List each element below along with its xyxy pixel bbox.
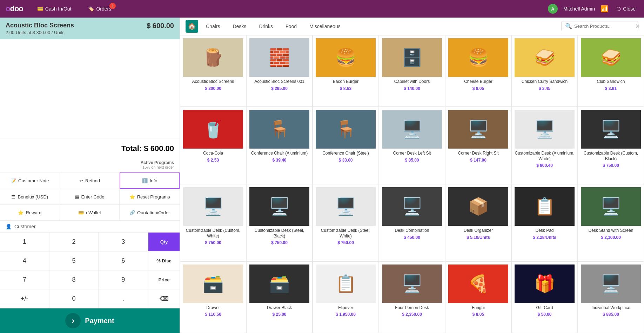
product-card[interactable]: 📦 Desk Organizer $ 5.10/Units: [445, 184, 511, 261]
product-card[interactable]: 🖥️ Corner Desk Right Sit $ 147.00: [445, 107, 511, 184]
product-card[interactable]: 🖥️ Corner Desk Left Sit $ 85.00: [379, 107, 445, 184]
category-food[interactable]: Food: [281, 21, 302, 31]
product-price: $ 110.50: [205, 312, 221, 317]
product-name: Desk Pad: [535, 228, 554, 234]
num-key-0[interactable]: 0: [49, 289, 99, 308]
product-card[interactable]: 🖥️ Customizable Desk (Custom, White) $ 7…: [180, 184, 246, 261]
price-key[interactable]: Price: [148, 270, 180, 289]
num-key-dot[interactable]: .: [99, 289, 148, 308]
product-card[interactable]: 🍕 Funghi $ 8.05: [445, 261, 511, 333]
category-desks[interactable]: Desks: [228, 21, 251, 31]
barcode-icon: ▦: [75, 194, 79, 200]
order-subtitle: 2.00 Units at $ 300.00 / Units: [6, 30, 74, 35]
product-image: 🍔: [448, 38, 508, 77]
product-card[interactable]: 🥤 Coca-Cola $ 2.53: [180, 107, 246, 184]
product-card[interactable]: 🍔 Cheese Burger $ 8.05: [445, 35, 511, 107]
benelux-button[interactable]: ☰ Benelux (USD): [0, 189, 60, 205]
product-card[interactable]: 🖥️ Four Person Desk $ 2,350.00: [379, 261, 445, 333]
product-card[interactable]: 🍔 Bacon Burger $ 8.63: [313, 35, 379, 107]
product-card[interactable]: 🖥️ Customizable Desk (Custom, Black) $ 7…: [578, 107, 644, 184]
product-card[interactable]: 🪵 Acoustic Bloc Screens $ 300.00: [180, 35, 246, 107]
search-input[interactable]: [574, 24, 633, 29]
customer-label: Customer: [14, 224, 36, 229]
reset-programs-button[interactable]: ⭐ Reset Programs: [120, 189, 180, 205]
product-image: 🗄️: [382, 38, 442, 77]
product-card[interactable]: 🗄️ Cabinet with Doors $ 140.00: [379, 35, 445, 107]
orders-button[interactable]: 🏷️ Orders 1: [85, 5, 114, 13]
product-price: $ 8.05: [472, 312, 484, 317]
product-card[interactable]: 🗃️ Drawer Black $ 25.00: [246, 261, 313, 333]
product-card[interactable]: 🖥️ Customizable Desk (Aluminium, White) …: [511, 107, 578, 184]
num-key-6[interactable]: 6: [99, 252, 148, 270]
num-key-2[interactable]: 2: [49, 233, 99, 252]
product-price: $ 25.00: [272, 312, 286, 317]
refund-button[interactable]: ↩ Refund: [60, 172, 120, 189]
product-card[interactable]: 🖥️ Desk Combination $ 450.00: [379, 184, 445, 261]
product-card[interactable]: 🖥️ Customizable Desk (Steel, Black) $ 75…: [246, 184, 313, 261]
category-chairs[interactable]: Chairs: [201, 21, 225, 31]
qty-key[interactable]: Qty: [148, 233, 180, 252]
product-price: $ 50.00: [537, 312, 551, 317]
ewallet-button[interactable]: 💳 eWallet: [60, 205, 120, 221]
product-image: 🥪: [581, 38, 641, 77]
product-card[interactable]: 🖥️ Customizable Desk (Steel, White) $ 75…: [313, 184, 379, 261]
num-key-8[interactable]: 8: [49, 270, 99, 289]
product-card[interactable]: 🗃️ Drawer $ 110.50: [180, 261, 246, 333]
customer-note-button[interactable]: 📝 Customer Note: [0, 172, 60, 189]
product-name: Club Sandwich: [597, 79, 625, 85]
backspace-key[interactable]: ⌫: [148, 289, 180, 308]
product-price: $ 1,950.00: [336, 312, 356, 317]
product-name: Customizable Desk (Custom, Black): [581, 151, 641, 162]
num-key-9[interactable]: 9: [99, 270, 148, 289]
info-button[interactable]: ℹ️ Info: [120, 172, 180, 189]
product-image: 🖥️: [382, 187, 442, 226]
programs-section: Active Programs 15% on next order: [0, 159, 180, 172]
product-card[interactable]: 🪑 Conference Chair (Steel) $ 33.00: [313, 107, 379, 184]
product-card[interactable]: 📋 Desk Pad $ 2.28/Units: [511, 184, 578, 261]
product-price: $ 295.00: [271, 86, 288, 91]
product-card[interactable]: 🪑 Conference Chair (Aluminium) $ 39.40: [246, 107, 313, 184]
num-key-plusminus[interactable]: +/-: [0, 289, 49, 308]
product-card[interactable]: 🖥️ Desk Stand with Screen $ 2,100.00: [578, 184, 644, 261]
product-name: Desk Organizer: [464, 228, 493, 234]
product-price: $ 800.40: [536, 163, 553, 168]
wifi-icon: 📶: [601, 5, 608, 13]
payment-button[interactable]: › Payment: [0, 308, 180, 333]
product-image: 🍕: [448, 265, 508, 303]
product-card[interactable]: 📋 Flipover $ 1,950.00: [313, 261, 379, 333]
num-key-7[interactable]: 7: [0, 270, 49, 289]
product-image: 🖥️: [316, 187, 376, 226]
disc-key[interactable]: % Disc: [148, 252, 180, 270]
product-card[interactable]: 🖥️ Individual Workplace $ 885.00: [578, 261, 644, 333]
search-clear-button[interactable]: ✕: [635, 23, 640, 30]
cash-inout-button[interactable]: 💳 Cash In/Out: [34, 5, 74, 13]
product-card[interactable]: 🧱 Acoustic Bloc Screens 001 $ 295.00: [246, 35, 313, 107]
customer-row[interactable]: 👤 Customer: [0, 221, 180, 232]
product-card[interactable]: 🥪 Chicken Curry Sandwich $ 3.45: [511, 35, 578, 107]
num-key-1[interactable]: 1: [0, 233, 49, 252]
product-image: 🖥️: [249, 187, 309, 226]
product-name: Four Person Desk: [395, 305, 429, 311]
product-image: 🪑: [316, 110, 376, 149]
quotation-button[interactable]: 🔗 Quotation/Order: [120, 205, 180, 221]
product-price: $ 450.00: [404, 235, 420, 240]
reward-button[interactable]: ⭐ Reward: [0, 205, 60, 221]
category-miscellaneous[interactable]: Miscellaneous: [304, 21, 346, 31]
product-card[interactable]: 🥪 Club Sandwich $ 3.91: [578, 35, 644, 107]
product-image: 🖥️: [382, 265, 442, 303]
refund-icon: ↩: [79, 178, 83, 183]
product-image: 🖥️: [448, 110, 508, 149]
close-button[interactable]: ⬡ Close: [614, 5, 638, 13]
category-drinks[interactable]: Drinks: [254, 21, 278, 31]
programs-title: Active Programs: [6, 160, 174, 165]
home-category-button[interactable]: 🏠: [186, 20, 198, 33]
num-key-5[interactable]: 5: [49, 252, 99, 270]
search-box[interactable]: 🔍 ✕: [561, 21, 638, 31]
num-key-4[interactable]: 4: [0, 252, 49, 270]
product-name: Flipover: [338, 305, 353, 311]
enter-code-button[interactable]: ▦ Enter Code: [60, 189, 120, 205]
note-icon: 📝: [11, 178, 16, 183]
num-key-3[interactable]: 3: [99, 233, 148, 252]
product-card[interactable]: 🎁 Gift Card $ 50.00: [511, 261, 578, 333]
product-name: Gift Card: [536, 305, 553, 311]
